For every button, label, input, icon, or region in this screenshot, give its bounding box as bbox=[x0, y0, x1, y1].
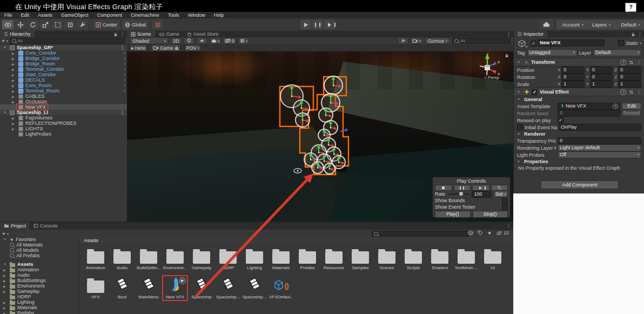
transport-button[interactable]: ↻ bbox=[491, 185, 508, 191]
component-enabled-checkbox[interactable]: ✓ bbox=[532, 89, 538, 95]
project-tree-row[interactable]: ▶ ★ Gameplay bbox=[0, 289, 79, 294]
prefab-open-arrow[interactable]: › bbox=[124, 77, 125, 83]
tab-inspector[interactable]: Inspector bbox=[514, 31, 547, 37]
create-asset-button[interactable]: + bbox=[2, 231, 5, 237]
asset-cell[interactable]: ▶ {} VFX bbox=[84, 276, 108, 300]
asset-folder-cell[interactable]: Materials bbox=[269, 247, 293, 271]
project-tree-row[interactable]: ★ HDRP bbox=[0, 294, 79, 299]
hierarchy-row[interactable]: ▶ CABLES ⋮ › bbox=[0, 93, 127, 99]
hierarchy-row[interactable]: ▶ Terminal_Room ⋮ › bbox=[0, 88, 127, 93]
menu-item[interactable]: Component bbox=[93, 12, 127, 18]
menu-item[interactable]: GameObject bbox=[57, 12, 93, 18]
pause-button[interactable] bbox=[312, 20, 323, 29]
object-name-field[interactable]: New VFX bbox=[538, 39, 605, 46]
vfx-play-button[interactable]: Play() bbox=[435, 211, 471, 218]
project-tree-row[interactable]: ▶ ★ Environment bbox=[0, 283, 79, 289]
layer-dropdown[interactable]: Default▾ bbox=[593, 49, 641, 56]
expander-arrow[interactable]: ▶ bbox=[3, 311, 8, 314]
audio-toggle[interactable] bbox=[197, 37, 207, 44]
asset-folder-cell[interactable]: Scenes bbox=[375, 247, 399, 271]
chevron-down-icon[interactable]: ▾ bbox=[640, 41, 641, 45]
shading-dropdown[interactable]: Shaded▾ bbox=[130, 37, 169, 44]
project-tree-row[interactable]: ▼ ★ Favorites bbox=[0, 237, 79, 242]
expander-arrow[interactable]: ▼ bbox=[3, 263, 8, 266]
project-tree-row[interactable]: ★ All Materials bbox=[0, 242, 79, 248]
more-options-icon[interactable]: ⋮ bbox=[636, 59, 641, 65]
expander-arrow[interactable]: ▶ bbox=[12, 89, 17, 93]
layers-dropdown[interactable]: Layers▾ bbox=[587, 20, 616, 29]
chevron-down-icon[interactable]: ▾ bbox=[7, 232, 9, 236]
expander-arrow[interactable]: ▶ bbox=[12, 100, 17, 104]
y-value-field[interactable]: 0 bbox=[590, 66, 613, 74]
asset-cell[interactable]: ▶ {} Spaceship... bbox=[243, 276, 266, 300]
hierarchy-row[interactable]: ▶ Start_Corridor ⋮ › bbox=[0, 72, 127, 77]
expander-arrow[interactable]: ▶ bbox=[3, 279, 8, 283]
step-button[interactable] bbox=[324, 20, 335, 29]
expander-arrow[interactable]: ▶ bbox=[12, 127, 17, 131]
prefab-open-arrow[interactable]: › bbox=[124, 66, 125, 72]
z-value-field[interactable]: 1 bbox=[618, 81, 641, 88]
cine-pov-dropdown[interactable]: POV▾ bbox=[185, 44, 201, 51]
hierarchy-row[interactable]: ▶ LIGHTS ⋮ › bbox=[0, 126, 127, 131]
asset-folder-cell[interactable]: Audio bbox=[110, 247, 134, 271]
projection-label[interactable]: < Persp bbox=[484, 75, 499, 80]
play-badge-icon[interactable]: ▶ bbox=[179, 277, 186, 284]
view-tool-button[interactable] bbox=[2, 20, 14, 29]
help-icon[interactable]: ? bbox=[620, 59, 626, 65]
hierarchy-row[interactable]: LightProbes ⋮ › bbox=[0, 131, 127, 137]
gizmos-dropdown[interactable]: Gizmos▾ bbox=[425, 37, 450, 44]
active-checkbox[interactable]: ✓ bbox=[531, 41, 536, 46]
expander-arrow[interactable]: ▶ bbox=[12, 78, 17, 82]
asset-folder-cell[interactable]: Lighting bbox=[243, 247, 266, 271]
transparency-priority-field[interactable]: 0 bbox=[558, 137, 641, 144]
rect-tool-button[interactable] bbox=[52, 20, 63, 29]
prefab-open-arrow[interactable]: › bbox=[124, 50, 125, 56]
scene-viewport[interactable]: y z x < Persp Play Controls bbox=[127, 51, 513, 222]
label-filter-icon[interactable] bbox=[478, 230, 483, 236]
asset-folder-cell[interactable]: Shaders bbox=[428, 247, 452, 271]
presets-icon[interactable] bbox=[629, 60, 634, 65]
y-value-field[interactable]: 0 bbox=[590, 74, 613, 81]
project-search-input[interactable] bbox=[372, 231, 469, 237]
expander-arrow[interactable]: ▶ bbox=[12, 84, 17, 88]
more-options-icon[interactable]: ⋮ bbox=[636, 89, 641, 95]
x-value-field[interactable]: 0 bbox=[561, 66, 584, 74]
hierarchy-row[interactable]: ▶ Bridge_Corridor ⋮ › bbox=[0, 56, 127, 61]
help-icon[interactable]: ? bbox=[620, 89, 626, 95]
menu-item[interactable]: File bbox=[0, 12, 17, 18]
tab-console[interactable]: Console bbox=[30, 222, 62, 230]
project-tree-row[interactable]: ▶ ★ Animation bbox=[0, 267, 79, 272]
set-dropdown[interactable]: Set ▾ bbox=[494, 191, 508, 197]
transform-tool-button[interactable] bbox=[64, 20, 76, 29]
rendering-layer-mask-dropdown[interactable]: Light Layer default▾ bbox=[558, 144, 641, 151]
prefab-open-arrow[interactable]: › bbox=[124, 88, 125, 93]
custom-tool-button[interactable] bbox=[77, 20, 88, 29]
lock-icon[interactable] bbox=[505, 53, 509, 58]
hierarchy-row[interactable]: ▶ Occlusion ⋮ › bbox=[0, 99, 127, 104]
prefab-open-arrow[interactable]: › bbox=[124, 72, 125, 77]
expander-arrow[interactable]: ▼ bbox=[3, 46, 8, 49]
asset-folder-cell[interactable]: Samples bbox=[348, 247, 372, 271]
account-dropdown[interactable]: Account▾ bbox=[556, 20, 589, 29]
expander-arrow[interactable]: ▶ bbox=[12, 51, 17, 55]
help-bubble-icon[interactable]: ? bbox=[625, 3, 636, 12]
visual-effect-header[interactable]: ▼ ✓ Visual Effect ? ⋮ bbox=[514, 88, 644, 96]
add-object-button[interactable]: + bbox=[2, 38, 5, 44]
expander-arrow[interactable]: ▶ bbox=[3, 300, 8, 304]
expander-arrow[interactable]: ▶ bbox=[12, 68, 17, 71]
more-options-icon[interactable]: ⋮ bbox=[120, 45, 125, 50]
prefab-open-arrow[interactable]: › bbox=[124, 61, 125, 66]
prefab-open-arrow[interactable]: › bbox=[124, 83, 125, 88]
asset-cell[interactable]: ▶ {} MainMenu bbox=[137, 276, 160, 300]
asset-folder-cell[interactable]: Prefabs bbox=[296, 247, 319, 271]
expander-arrow[interactable]: ▶ bbox=[12, 95, 17, 98]
component-tools-button[interactable] bbox=[398, 37, 408, 44]
tag-dropdown[interactable]: Untagged▾ bbox=[527, 49, 577, 56]
space-toggle-button[interactable]: Global bbox=[122, 20, 149, 29]
light-probes-dropdown[interactable]: Off▾ bbox=[558, 151, 641, 158]
asset-cell[interactable]: ▶ {} New VFX bbox=[163, 276, 187, 300]
vfx-stop-button[interactable]: Stop() bbox=[473, 211, 508, 218]
x-value-field[interactable]: 1 bbox=[561, 81, 584, 88]
hierarchy-row[interactable]: ▶ REFLECTIONPROBES ⋮ › bbox=[0, 121, 127, 126]
effects-dropdown[interactable]: ▾ bbox=[210, 37, 221, 44]
